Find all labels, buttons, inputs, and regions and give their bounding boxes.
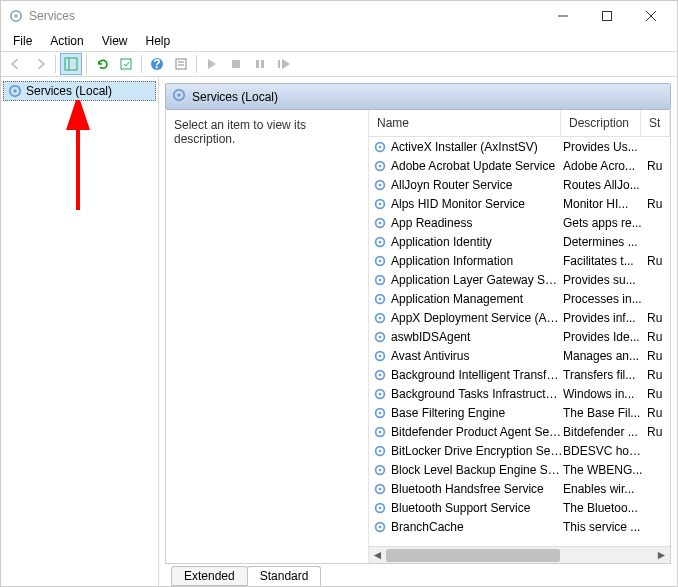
service-name: Base Filtering Engine bbox=[389, 406, 563, 420]
menu-action[interactable]: Action bbox=[42, 32, 91, 50]
export-button[interactable] bbox=[115, 53, 137, 75]
menubar: File Action View Help bbox=[1, 31, 677, 51]
maximize-button[interactable] bbox=[585, 1, 629, 31]
svg-point-35 bbox=[379, 259, 382, 262]
service-row[interactable]: Base Filtering EngineThe Base Fil...Ru bbox=[369, 403, 670, 422]
service-row[interactable]: App ReadinessGets apps re... bbox=[369, 213, 670, 232]
gear-icon bbox=[371, 311, 389, 325]
svg-point-41 bbox=[379, 316, 382, 319]
service-row[interactable]: Application Layer Gateway ServiceProvide… bbox=[369, 270, 670, 289]
stop-button[interactable] bbox=[225, 53, 247, 75]
service-row[interactable]: BranchCacheThis service ... bbox=[369, 517, 670, 536]
scroll-track[interactable] bbox=[386, 547, 653, 563]
service-row[interactable]: BitLocker Drive Encryption ServiceBDESVC… bbox=[369, 441, 670, 460]
close-button[interactable] bbox=[629, 1, 673, 31]
svg-rect-17 bbox=[278, 60, 280, 68]
svg-point-21 bbox=[177, 93, 181, 97]
service-row[interactable]: AppX Deployment Service (AppXS...Provide… bbox=[369, 308, 670, 327]
scroll-right-icon[interactable]: ► bbox=[653, 547, 670, 564]
service-row[interactable]: Background Intelligent Transfer Ser...Tr… bbox=[369, 365, 670, 384]
svg-rect-11 bbox=[176, 59, 186, 69]
svg-rect-6 bbox=[65, 58, 77, 70]
column-header-name[interactable]: Name bbox=[369, 110, 561, 136]
list-header: Name Description St bbox=[369, 110, 670, 137]
gear-icon bbox=[371, 159, 389, 173]
tab-extended[interactable]: Extended bbox=[171, 566, 248, 586]
gear-icon bbox=[371, 444, 389, 458]
service-name: Bluetooth Support Service bbox=[389, 501, 563, 515]
service-name: Application Management bbox=[389, 292, 563, 306]
service-description: Gets apps re... bbox=[563, 216, 643, 230]
tree-root-label: Services (Local) bbox=[26, 84, 112, 98]
menu-view[interactable]: View bbox=[94, 32, 136, 50]
refresh-button[interactable] bbox=[91, 53, 113, 75]
show-hide-tree-button[interactable] bbox=[60, 53, 82, 75]
service-status: Ru bbox=[643, 159, 670, 173]
tabstrip: Extended Standard bbox=[165, 564, 671, 586]
gear-icon bbox=[371, 425, 389, 439]
service-row[interactable]: Background Tasks Infrastructure Se...Win… bbox=[369, 384, 670, 403]
minimize-button[interactable] bbox=[541, 1, 585, 31]
service-row[interactable]: AllJoyn Router ServiceRoutes AllJo... bbox=[369, 175, 670, 194]
detail-body: Select an item to view its description. … bbox=[165, 110, 671, 564]
service-row[interactable]: Bluetooth Support ServiceThe Bluetoo... bbox=[369, 498, 670, 517]
service-description: Provides Us... bbox=[563, 140, 643, 154]
list-rows[interactable]: ActiveX Installer (AxInstSV)Provides Us.… bbox=[369, 137, 670, 546]
svg-point-43 bbox=[379, 335, 382, 338]
service-row[interactable]: Bluetooth Handsfree ServiceEnables wir..… bbox=[369, 479, 670, 498]
detail-pane: Services (Local) Select an item to view … bbox=[159, 77, 677, 586]
service-name: BranchCache bbox=[389, 520, 563, 534]
gear-icon bbox=[371, 349, 389, 363]
start-button[interactable] bbox=[201, 53, 223, 75]
horizontal-scrollbar[interactable]: ◄ ► bbox=[369, 546, 670, 563]
service-description: Processes in... bbox=[563, 292, 643, 306]
scroll-left-icon[interactable]: ◄ bbox=[369, 547, 386, 564]
tree-root-services-local[interactable]: Services (Local) bbox=[3, 81, 156, 101]
svg-point-51 bbox=[379, 411, 382, 414]
service-row[interactable]: aswbIDSAgentProvides Ide...Ru bbox=[369, 327, 670, 346]
gear-icon bbox=[371, 368, 389, 382]
column-header-description[interactable]: Description bbox=[561, 110, 641, 136]
service-name: Bitdefender Product Agent Service bbox=[389, 425, 563, 439]
svg-point-47 bbox=[379, 373, 382, 376]
service-name: Avast Antivirus bbox=[389, 349, 563, 363]
service-name: App Readiness bbox=[389, 216, 563, 230]
scroll-thumb[interactable] bbox=[386, 549, 560, 562]
service-row[interactable]: Alps HID Monitor ServiceMonitor HI...Ru bbox=[369, 194, 670, 213]
service-name: Alps HID Monitor Service bbox=[389, 197, 563, 211]
help-button[interactable]: ? bbox=[146, 53, 168, 75]
menu-help[interactable]: Help bbox=[138, 32, 179, 50]
service-description: Provides inf... bbox=[563, 311, 643, 325]
gear-icon bbox=[371, 406, 389, 420]
service-row[interactable]: ActiveX Installer (AxInstSV)Provides Us.… bbox=[369, 137, 670, 156]
gear-icon bbox=[371, 330, 389, 344]
properties-button[interactable] bbox=[170, 53, 192, 75]
service-name: BitLocker Drive Encryption Service bbox=[389, 444, 563, 458]
service-row[interactable]: Adobe Acrobat Update ServiceAdobe Acro..… bbox=[369, 156, 670, 175]
menu-file[interactable]: File bbox=[5, 32, 40, 50]
service-row[interactable]: Application InformationFacilitates t...R… bbox=[369, 251, 670, 270]
tab-standard[interactable]: Standard bbox=[247, 566, 322, 586]
service-description: Routes AllJo... bbox=[563, 178, 643, 192]
svg-point-23 bbox=[379, 145, 382, 148]
back-button[interactable] bbox=[5, 53, 27, 75]
svg-rect-14 bbox=[232, 60, 240, 68]
service-row[interactable]: Application ManagementProcesses in... bbox=[369, 289, 670, 308]
column-header-status[interactable]: St bbox=[641, 110, 670, 136]
svg-point-39 bbox=[379, 297, 382, 300]
restart-button[interactable] bbox=[273, 53, 295, 75]
service-name: Bluetooth Handsfree Service bbox=[389, 482, 563, 496]
service-status: Ru bbox=[643, 311, 670, 325]
pause-button[interactable] bbox=[249, 53, 271, 75]
forward-button[interactable] bbox=[29, 53, 51, 75]
gear-icon bbox=[371, 235, 389, 249]
service-status: Ru bbox=[643, 330, 670, 344]
gear-icon bbox=[371, 501, 389, 515]
service-row[interactable]: Avast AntivirusManages an...Ru bbox=[369, 346, 670, 365]
service-row[interactable]: Bitdefender Product Agent ServiceBitdefe… bbox=[369, 422, 670, 441]
body-area: Services (Local) Services (Local) Select… bbox=[1, 77, 677, 586]
service-row[interactable]: Application IdentityDetermines ... bbox=[369, 232, 670, 251]
service-row[interactable]: Block Level Backup Engine ServiceThe WBE… bbox=[369, 460, 670, 479]
svg-point-33 bbox=[379, 240, 382, 243]
gear-icon bbox=[371, 387, 389, 401]
